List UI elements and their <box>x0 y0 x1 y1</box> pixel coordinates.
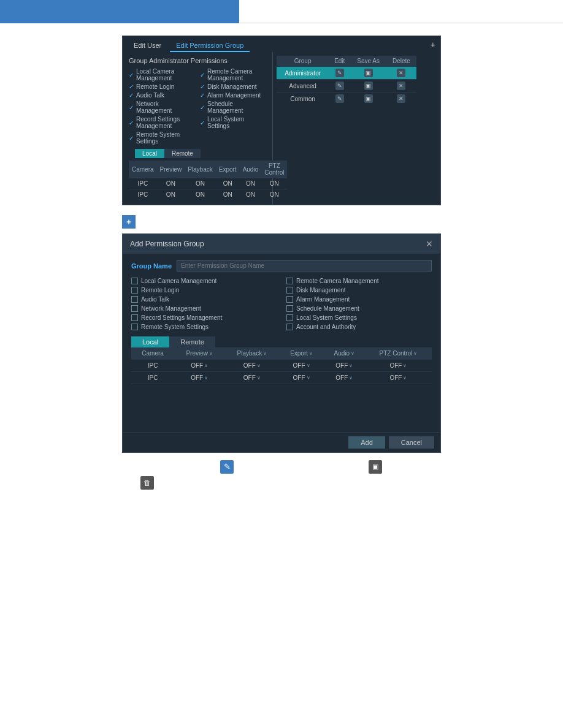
perm-check-disk: Disk Management <box>286 287 432 294</box>
row1-preview-arrow[interactable]: ∨ <box>204 363 208 368</box>
playback-dropdown-arrow[interactable]: ∨ <box>263 351 267 356</box>
checkbox-alarm[interactable] <box>286 296 293 303</box>
delete-icon-common[interactable]: ✕ <box>397 94 405 103</box>
edit-icon-btn[interactable]: ✎ <box>220 460 234 474</box>
checkbox-record[interactable] <box>131 314 138 321</box>
empty-rows <box>131 384 432 421</box>
check-icon-7: ✓ <box>200 72 205 78</box>
first-dialog: Edit User Edit Permission Group + Group … <box>122 36 441 205</box>
col-export: Export ∨ <box>280 347 324 360</box>
perm-alarm: ✓ Alarm Management <box>200 92 266 99</box>
audio-dropdown-arrow[interactable]: ∨ <box>351 351 354 356</box>
checkbox-audio-talk[interactable] <box>131 296 138 303</box>
remote-toggle-btn-small[interactable]: Remote <box>164 149 201 158</box>
edit-icon-common[interactable]: ✎ <box>335 94 344 103</box>
col-preview: Preview ∨ <box>174 347 224 360</box>
delete-icon-advanced[interactable]: ✕ <box>397 82 405 90</box>
checkbox-schedule[interactable] <box>286 305 293 312</box>
group-row-advanced[interactable]: Advanced ✎ ▣ ✕ <box>277 80 416 93</box>
add-dialog-body: Group Name Local Camera Management Remot… <box>123 254 440 432</box>
edit-icon-advanced[interactable]: ✎ <box>335 82 344 90</box>
col-ptz: PTZ Control ∨ <box>365 347 432 360</box>
table-row: IPC ON ON ON ON ON <box>129 178 287 189</box>
local-remote-toggle-small: Local Remote <box>135 149 260 158</box>
first-dialog-screenshot: Edit User Edit Permission Group + Group … <box>122 36 441 490</box>
perm-remote-login: ✓ Remote Login <box>129 83 195 90</box>
export-dropdown-arrow[interactable]: ∨ <box>309 351 313 356</box>
local-toggle-btn-small[interactable]: Local <box>135 149 164 158</box>
row2-ptz-arrow[interactable]: ∨ <box>403 375 407 381</box>
check-icon-2: ✓ <box>129 83 134 90</box>
remote-toggle-btn[interactable]: Remote <box>169 336 215 347</box>
row2-export-arrow[interactable]: ∨ <box>307 375 310 381</box>
row2-audio-arrow[interactable]: ∨ <box>349 375 353 381</box>
col-edit: Edit <box>329 56 350 67</box>
check-icon-6: ✓ <box>129 135 134 142</box>
perm-check-account: Account and Authority <box>286 324 432 330</box>
check-icon-10: ✓ <box>200 104 205 111</box>
local-toggle-btn[interactable]: Local <box>131 336 169 347</box>
dialog-footer: Add Cancel <box>123 432 440 452</box>
check-icon-1: ✓ <box>129 72 134 78</box>
add-dialog-header: Add Permission Group ✕ <box>123 234 440 254</box>
add-button[interactable]: Add <box>348 436 385 449</box>
checkbox-local-system[interactable] <box>286 314 293 321</box>
checkbox-account[interactable] <box>286 324 293 330</box>
cancel-button[interactable]: Cancel <box>389 436 434 449</box>
check-icon-4: ✓ <box>129 104 134 111</box>
row1-export-arrow[interactable]: ∨ <box>307 363 310 368</box>
col-saveas: Save As <box>350 56 386 67</box>
close-dialog-btn[interactable]: ✕ <box>426 239 433 249</box>
checkbox-disk[interactable] <box>286 287 293 294</box>
add-permission-dialog: Add Permission Group ✕ Group Name Local … <box>122 233 441 453</box>
group-name-input[interactable] <box>177 260 432 271</box>
ptz-dropdown-arrow[interactable]: ∨ <box>413 351 417 356</box>
perm-check-schedule: Schedule Management <box>286 305 432 312</box>
permissions-columns: ✓ Local Camera Management ✓ Remote Login… <box>129 68 266 146</box>
preview-dropdown-arrow[interactable]: ∨ <box>209 351 213 356</box>
table-row: IPC OFF ∨ OFF ∨ OFF ∨ <box>131 372 432 384</box>
plus-button[interactable]: + <box>122 215 136 229</box>
col-camera-small: Camera <box>129 161 157 178</box>
table-row: IPC ON ON ON ON ON <box>129 189 287 200</box>
perm-local-system: ✓ Local System Settings <box>200 116 266 129</box>
row2-preview-arrow[interactable]: ∨ <box>204 375 208 381</box>
delete-icon-btn[interactable]: 🗑 <box>140 476 154 490</box>
saveas-icon-advanced[interactable]: ▣ <box>364 82 373 90</box>
row1-audio-arrow[interactable]: ∨ <box>349 363 353 368</box>
perm-local-camera: ✓ Local Camera Management <box>129 68 195 82</box>
col-camera: Camera <box>131 347 174 360</box>
checkbox-network[interactable] <box>131 305 138 312</box>
header-right-section <box>239 0 563 23</box>
add-permission-btn[interactable]: + <box>431 40 435 50</box>
group-row-common[interactable]: Common ✎ ▣ ✕ <box>277 93 416 105</box>
dialog-tabs: Edit User Edit Permission Group + <box>123 36 440 52</box>
checkbox-local-camera[interactable] <box>131 278 138 284</box>
perm-remote-camera: ✓ Remote Camera Management <box>200 68 266 82</box>
tab-edit-permission-group[interactable]: Edit Permission Group <box>170 40 250 52</box>
row2-playback-arrow[interactable]: ∨ <box>257 375 261 381</box>
saveas-icon-common[interactable]: ▣ <box>364 94 373 103</box>
perm-remote-system: ✓ Remote System Settings <box>129 131 195 145</box>
group-panel: Group Edit Save As Delete Administrator … <box>273 52 420 205</box>
saveas-icon-admin[interactable]: ▣ <box>364 69 373 77</box>
group-name-row: Group Name <box>131 260 432 271</box>
delete-icon-admin[interactable]: ✕ <box>397 69 405 77</box>
checkbox-remote-camera[interactable] <box>286 278 293 284</box>
row1-ptz-arrow[interactable]: ∨ <box>403 363 407 368</box>
camera-table-wrapper-small: Camera Preview Playback Export Audio PTZ… <box>129 161 266 200</box>
col-audio: Audio ∨ <box>324 347 365 360</box>
row1-playback-arrow[interactable]: ∨ <box>257 363 261 368</box>
saveas-icon-btn[interactable]: ▣ <box>369 460 382 474</box>
col-export-small: Export <box>216 161 240 178</box>
check-icon-5: ✓ <box>129 119 134 126</box>
edit-icon-admin[interactable]: ✎ <box>335 69 344 77</box>
checkbox-remote-login[interactable] <box>131 287 138 294</box>
group-row-administrator[interactable]: Administrator ✎ ▣ ✕ <box>277 67 416 80</box>
permissions-panel: Group Administrator Permissions ✓ Local … <box>123 52 273 205</box>
perm-network: ✓ Network Management <box>129 100 195 114</box>
perm-check-alarm: Alarm Management <box>286 296 432 303</box>
col-preview-small: Preview <box>157 161 185 178</box>
checkbox-remote-system[interactable] <box>131 324 138 330</box>
tab-edit-user[interactable]: Edit User <box>128 40 167 52</box>
